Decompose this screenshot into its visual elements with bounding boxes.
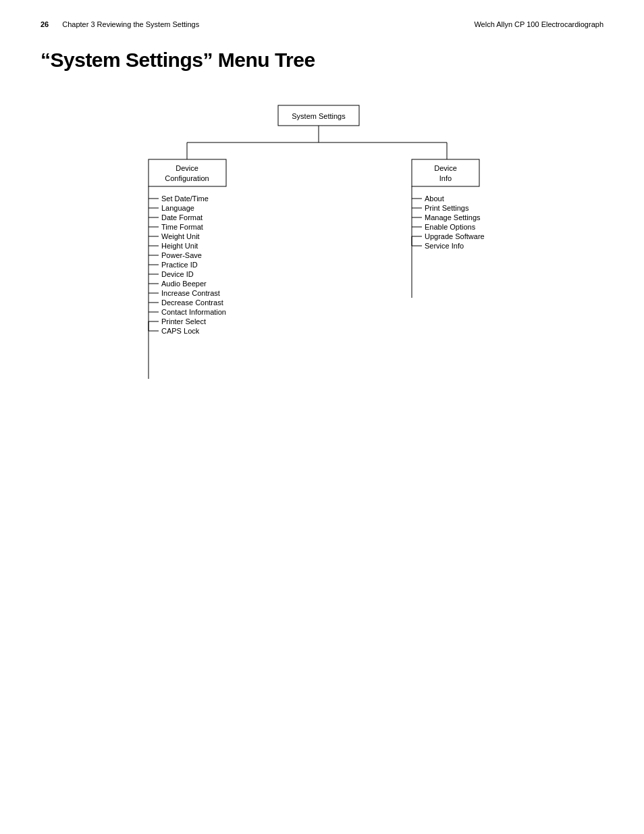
left-item-4: Time Format: [161, 223, 203, 231]
left-child-label-line2: Configuration: [165, 174, 209, 182]
right-child-label-line2: Info: [439, 174, 452, 182]
left-item-9: Device ID: [161, 270, 194, 278]
page-number: 26: [41, 20, 49, 28]
product-name: Welch Allyn CP 100 Electrocardiograph: [474, 20, 603, 28]
right-item-6: Service Info: [425, 242, 464, 250]
left-item-14: Printer Select: [161, 317, 206, 325]
page-header: 26 Chapter 3 Reviewing the System Settin…: [41, 20, 603, 28]
left-item-11: Increase Contrast: [161, 289, 220, 297]
right-item-4: Enable Options: [425, 223, 476, 231]
right-item-5: Upgrade Software: [425, 232, 485, 240]
left-item-15: CAPS Lock: [161, 327, 200, 335]
right-item-1: About: [425, 194, 444, 203]
left-item-6: Height Unit: [161, 242, 198, 250]
page-title: “System Settings” Menu Tree: [41, 49, 603, 72]
tree-container: System Settings Device Configuration Dev…: [41, 99, 603, 436]
menu-tree-diagram: System Settings Device Configuration Dev…: [41, 99, 603, 382]
left-item-1: Set Date/Time: [161, 194, 209, 203]
left-item-12: Decrease Contrast: [161, 298, 223, 307]
left-item-5: Weight Unit: [161, 232, 200, 240]
right-child-label-line1: Device: [434, 164, 457, 172]
left-item-2: Language: [161, 204, 194, 212]
left-child-label-line1: Device: [176, 164, 198, 172]
root-node-label: System Settings: [292, 112, 346, 120]
right-item-2: Print Settings: [425, 204, 469, 212]
page: 26 Chapter 3 Reviewing the System Settin…: [0, 0, 644, 834]
right-child-box: [412, 159, 479, 186]
left-item-10: Audio Beeper: [161, 280, 207, 288]
left-item-7: Power-Save: [161, 251, 202, 259]
right-item-3: Manage Settings: [425, 213, 481, 221]
header-left: 26 Chapter 3 Reviewing the System Settin…: [41, 20, 199, 28]
left-item-3: Date Format: [161, 213, 203, 221]
left-child-box: [149, 159, 226, 186]
left-item-8: Practice ID: [161, 261, 198, 269]
chapter-title: Chapter 3 Reviewing the System Settings: [62, 20, 199, 28]
left-item-13: Contact Information: [161, 308, 226, 316]
